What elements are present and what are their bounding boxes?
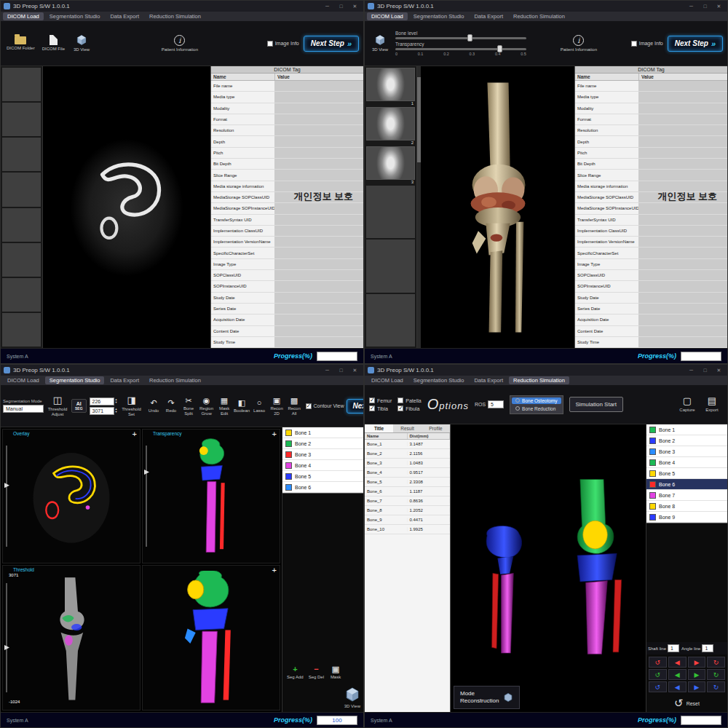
axial-overlay-viewport[interactable]: Overlay + — [2, 429, 141, 563]
maximize-button[interactable]: □ — [700, 4, 711, 9]
transform-button[interactable]: ◀ — [668, 669, 687, 680]
segmentation-tool-button[interactable]: ↷ Redo — [163, 395, 180, 416]
bone-list-row[interactable]: Bone 8 — [646, 501, 727, 512]
bone-list-row[interactable]: Bone 2 — [646, 435, 727, 446]
reset-button[interactable]: ↺ Reset — [646, 695, 727, 712]
axis-input[interactable]: 1 — [702, 644, 713, 652]
maximize-button[interactable]: □ — [700, 368, 711, 373]
threshold-adjust-button[interactable]: ◫ Threshold Adjust — [47, 394, 68, 418]
panel-tab[interactable]: Title — [365, 424, 393, 432]
transform-button[interactable]: ▶ — [688, 669, 706, 680]
minimize-button[interactable]: ─ — [686, 368, 697, 373]
segmentation-mode-select[interactable]: Manual — [3, 405, 44, 413]
segment-mini-tool[interactable]: ▣ Mask — [328, 663, 344, 681]
bone-visibility-checkbox[interactable]: Fibula — [397, 405, 421, 411]
segment-mini-tool[interactable]: + Seg Add — [285, 663, 305, 681]
close-button[interactable]: ✕ — [713, 4, 724, 9]
table-row[interactable]: Bone_2 2.1156 — [365, 449, 450, 459]
dicom-file-button[interactable]: DICOM File — [41, 33, 66, 53]
transform-button[interactable]: ↻ — [707, 681, 725, 692]
menu-item[interactable]: Data Export — [106, 376, 143, 384]
menu-item[interactable]: Reduction Simulation — [509, 12, 569, 20]
segment-row[interactable]: Bone 6 — [282, 482, 363, 493]
transform-button[interactable]: ▶ — [688, 681, 706, 692]
axis-input[interactable]: 1 — [668, 644, 679, 652]
menu-item[interactable]: Reduction Simulation — [145, 376, 205, 384]
menu-item[interactable]: Segmentation Studio — [45, 376, 105, 384]
simulation-3d-viewer[interactable]: ModeReconstruction — [451, 424, 646, 712]
table-row[interactable]: Bone_8 1.2052 — [365, 506, 450, 515]
transform-button[interactable]: ◀ — [668, 681, 687, 692]
close-button[interactable]: ✕ — [349, 368, 360, 373]
minimize-button[interactable]: ─ — [322, 368, 333, 373]
export-button[interactable]: ▢ Capture — [676, 395, 698, 414]
panel-tab[interactable]: Result — [393, 424, 422, 432]
minimize-button[interactable]: ─ — [322, 4, 333, 9]
contour-view-checkbox[interactable]: Contour View — [306, 403, 344, 409]
segment-row[interactable]: Bone 4 — [282, 460, 363, 471]
menu-item[interactable]: Segmentation Studio — [45, 12, 105, 20]
bone-list-row[interactable]: Bone 4 — [646, 457, 727, 468]
close-button[interactable]: ✕ — [713, 368, 724, 373]
threshold-set-button[interactable]: ◨ Threshold Set — [121, 394, 143, 418]
series-thumb[interactable]: 2 — [366, 107, 415, 145]
threshold-input[interactable]: 226 — [90, 397, 114, 405]
threshold-input[interactable]: 3071 — [90, 407, 114, 415]
slider-handle[interactable] — [497, 45, 502, 52]
title-bar[interactable]: 3D Preop S/W 1.0.0.1 ─ □ ✕ — [1, 365, 363, 376]
simulation-mode-toggle[interactable]: Bone Osteotomy — [512, 397, 561, 404]
view-3d-button[interactable]: 3D View — [71, 33, 92, 54]
segmentation-tool-button[interactable]: ▦ Mask Edit — [216, 395, 233, 416]
bone-level-slider[interactable] — [395, 37, 526, 39]
menu-item[interactable]: Data Export — [470, 12, 507, 20]
segmentation-tool-button[interactable]: ○ Lasso — [251, 395, 268, 416]
menu-item[interactable]: Data Export — [106, 12, 143, 20]
bone-visibility-checkbox[interactable]: Tibia — [369, 405, 392, 411]
bone-list-row[interactable]: Bone 7 — [646, 490, 727, 501]
segment-row[interactable]: Bone 2 — [282, 438, 363, 449]
title-bar[interactable]: 3D Preop S/W 1.0.0.1 ─ □ ✕ — [365, 1, 727, 12]
mode-reconstruction-button[interactable]: ModeReconstruction — [454, 686, 520, 709]
transparency-slider[interactable] — [395, 48, 526, 50]
bone-list-row[interactable]: Bone 1 — [646, 424, 727, 435]
export-button[interactable]: ▤ Export — [701, 395, 723, 414]
segment-mini-tool[interactable]: − Seg Del — [307, 663, 325, 681]
simulation-mode-toggle[interactable]: Bone Reduction — [512, 405, 561, 412]
spinner-arrows[interactable]: ▲▼ — [115, 408, 118, 414]
bone-visibility-checkbox[interactable]: Patella — [397, 397, 421, 403]
transform-button[interactable]: ◀ — [668, 657, 687, 668]
slider-handle[interactable] — [467, 34, 472, 41]
panel-tab[interactable]: Profile — [422, 424, 450, 432]
menu-item[interactable]: DICOM Load — [367, 12, 408, 20]
transform-button[interactable]: ↻ — [707, 657, 725, 668]
menu-item[interactable]: DICOM Load — [3, 12, 44, 20]
menu-item[interactable]: Data Export — [470, 376, 507, 384]
segment-row[interactable]: Bone 1 — [282, 427, 363, 438]
transform-button[interactable]: ▶ — [688, 657, 706, 668]
segmented-3d-viewport[interactable]: + — [142, 565, 280, 711]
volume-3d-viewer[interactable] — [421, 66, 574, 348]
next-step-button[interactable]: Next Step » — [668, 36, 723, 52]
table-row[interactable]: Bone_7 0.8636 — [365, 496, 450, 506]
transform-button[interactable]: ↺ — [649, 681, 667, 692]
bone-visibility-checkbox[interactable]: Femur — [369, 397, 392, 403]
table-row[interactable]: Bone_10 1.9925 — [365, 525, 450, 534]
menu-item[interactable]: DICOM Load — [367, 376, 408, 384]
close-button[interactable]: ✕ — [349, 4, 360, 9]
segmentation-tool-button[interactable]: ◧ Boolean — [234, 395, 250, 416]
menu-item[interactable]: Reduction Simulation — [145, 12, 205, 20]
transparency-slider[interactable] — [146, 446, 147, 547]
transform-button[interactable]: ↻ — [707, 669, 725, 680]
patient-info-button[interactable]: i Patient Information — [160, 33, 199, 54]
table-row[interactable]: Bone_5 2.3308 — [365, 478, 450, 487]
threshold-viewport[interactable]: Threshold 3071 -1024 — [2, 565, 141, 711]
table-row[interactable]: Bone_4 0.9517 — [365, 468, 450, 478]
thumbnail-strip[interactable] — [1, 66, 43, 348]
slice-slider[interactable] — [6, 446, 7, 547]
series-thumbnails[interactable]: 1 2 3 — [365, 66, 417, 348]
segmentation-tool-button[interactable]: ◉ Region Grow — [198, 395, 215, 416]
title-bar[interactable]: 3D Preop S/W 1.0.0.1 ─ □ ✕ — [1, 1, 363, 12]
bone-list-row[interactable]: Bone 9 — [646, 512, 727, 523]
minimize-button[interactable]: ─ — [686, 4, 697, 9]
threshold-slider[interactable] — [6, 583, 7, 692]
